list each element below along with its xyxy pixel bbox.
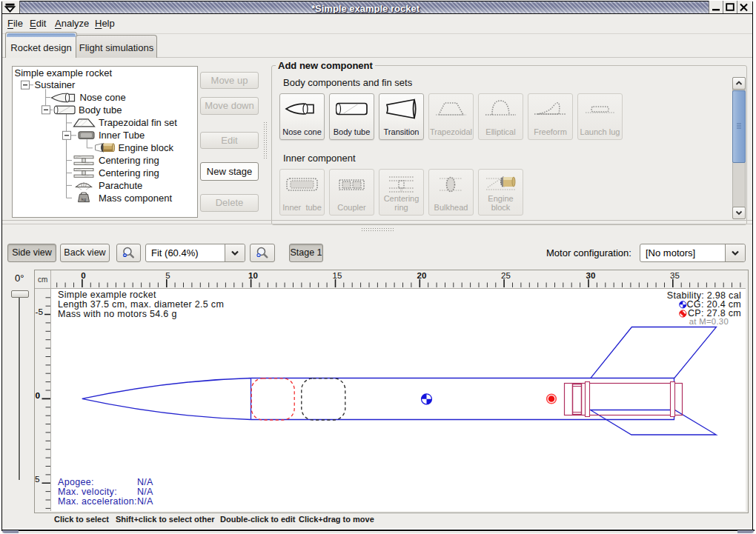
svg-text:-5: -5 xyxy=(36,307,44,317)
svg-text:35: 35 xyxy=(670,271,680,280)
svg-text:Inner Tube: Inner Tube xyxy=(99,130,145,141)
svg-text:N/A: N/A xyxy=(137,477,153,487)
svg-text:Centering ring: Centering ring xyxy=(99,167,159,178)
svg-text:N/A: N/A xyxy=(137,487,153,497)
svg-text:Trapezoidal fin set: Trapezoidal fin set xyxy=(99,117,177,128)
svg-text:cm: cm xyxy=(38,276,47,284)
svg-text:kg: kg xyxy=(82,197,86,201)
svg-text:at M=0.30: at M=0.30 xyxy=(689,317,729,326)
svg-text:5: 5 xyxy=(165,271,170,280)
svg-text:Mass with no motors 54.6 g: Mass with no motors 54.6 g xyxy=(58,309,177,319)
svg-text:Length 37.5 cm, max. diameter: Length 37.5 cm, max. diameter 2.5 cm xyxy=(58,299,224,310)
svg-text:25: 25 xyxy=(501,271,511,280)
svg-text:Nose cone: Nose cone xyxy=(80,92,126,103)
svg-text:15: 15 xyxy=(333,271,342,280)
svg-text:Body tube: Body tube xyxy=(79,104,122,116)
svg-text:Centering ring: Centering ring xyxy=(99,155,159,166)
svg-text:Max. velocity:: Max. velocity: xyxy=(58,487,117,497)
svg-text:Engine block: Engine block xyxy=(119,142,174,153)
svg-text:Parachute: Parachute xyxy=(99,180,142,191)
svg-text:30: 30 xyxy=(586,271,596,280)
svg-text:Simple example rocket: Simple example rocket xyxy=(15,67,113,79)
svg-text:5: 5 xyxy=(35,474,40,484)
svg-text:Max. acceleration:: Max. acceleration: xyxy=(58,496,137,507)
svg-text:Sustainer: Sustainer xyxy=(35,79,76,90)
svg-text:0: 0 xyxy=(35,390,40,401)
svg-text:Mass component: Mass component xyxy=(99,193,172,204)
svg-text:Apogee:: Apogee: xyxy=(58,477,94,487)
svg-text:10: 10 xyxy=(248,271,258,280)
svg-text:20: 20 xyxy=(417,271,427,280)
svg-text:Simple example rocket: Simple example rocket xyxy=(58,290,156,300)
svg-text:N/A: N/A xyxy=(137,496,153,507)
svg-text:0: 0 xyxy=(81,271,85,280)
